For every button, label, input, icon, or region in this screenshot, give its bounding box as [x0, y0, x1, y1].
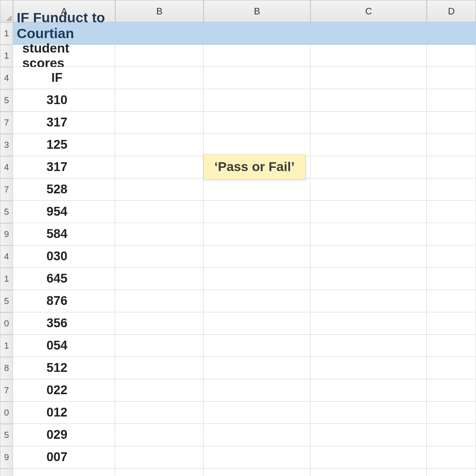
row-header[interactable]: 5	[0, 89, 13, 112]
empty-cell[interactable]	[427, 379, 476, 402]
row-header[interactable]: 0	[0, 312, 13, 335]
empty-cell[interactable]	[115, 89, 204, 112]
empty-cell[interactable]	[204, 223, 311, 245]
empty-cell[interactable]	[204, 312, 311, 335]
row-header[interactable]: 4	[0, 156, 13, 178]
empty-cell[interactable]	[204, 134, 311, 156]
col-header-b-2[interactable]: B	[204, 0, 311, 22]
empty-cell[interactable]	[204, 201, 311, 223]
empty-cell[interactable]	[427, 335, 476, 357]
title-fill[interactable]	[204, 22, 311, 45]
empty-cell[interactable]	[311, 312, 427, 335]
empty-cell[interactable]	[311, 469, 427, 476]
empty-cell[interactable]	[311, 112, 427, 134]
score-cell[interactable]: 528	[13, 178, 115, 201]
score-cell[interactable]: 317	[13, 112, 115, 134]
col-header-d-4[interactable]: D	[427, 0, 476, 22]
empty-cell[interactable]	[115, 112, 204, 134]
empty-cell[interactable]	[204, 178, 311, 201]
score-cell[interactable]: 030	[13, 245, 115, 268]
empty-cell[interactable]	[427, 156, 476, 178]
score-cell[interactable]: 029	[13, 424, 115, 446]
score-cell[interactable]: 356	[13, 312, 115, 335]
empty-cell[interactable]	[115, 402, 204, 424]
row-header[interactable]: 5	[0, 424, 13, 446]
empty-cell[interactable]	[115, 469, 204, 476]
empty-cell[interactable]	[427, 424, 476, 446]
empty-cell[interactable]	[311, 424, 427, 446]
row-header[interactable]: 5	[0, 290, 13, 312]
empty-cell[interactable]	[311, 178, 427, 201]
row-header[interactable]: 9	[0, 223, 13, 245]
subheading-cell[interactable]: student scores	[13, 45, 115, 67]
score-cell[interactable]: 954	[13, 201, 115, 223]
empty-cell[interactable]	[311, 268, 427, 290]
empty-cell[interactable]	[204, 268, 311, 290]
empty-cell[interactable]	[115, 335, 204, 357]
empty-cell[interactable]	[204, 335, 311, 357]
empty-cell[interactable]	[427, 469, 476, 476]
empty-cell[interactable]	[427, 134, 476, 156]
empty-cell[interactable]	[311, 245, 427, 268]
empty-cell[interactable]	[427, 112, 476, 134]
empty-cell[interactable]	[204, 245, 311, 268]
title-fill[interactable]	[311, 22, 427, 45]
row-header[interactable]: 1	[0, 335, 13, 357]
empty-cell[interactable]	[115, 223, 204, 245]
empty-cell[interactable]	[427, 201, 476, 223]
score-cell[interactable]: 645	[13, 268, 115, 290]
row-header[interactable]: 5	[0, 201, 13, 223]
empty-cell[interactable]	[115, 290, 204, 312]
score-cell[interactable]: IF	[13, 67, 115, 89]
score-cell[interactable]: 876	[13, 290, 115, 312]
row-header[interactable]: 1	[0, 268, 13, 290]
row-header[interactable]: 9	[0, 446, 13, 469]
empty-cell[interactable]	[427, 245, 476, 268]
empty-cell[interactable]	[311, 134, 427, 156]
empty-cell[interactable]	[427, 178, 476, 201]
empty-cell[interactable]	[427, 268, 476, 290]
empty-cell[interactable]	[115, 178, 204, 201]
empty-cell[interactable]	[204, 469, 311, 476]
score-cell[interactable]: 125	[13, 134, 115, 156]
empty-cell[interactable]	[115, 268, 204, 290]
empty-cell[interactable]	[427, 89, 476, 112]
empty-cell[interactable]	[204, 357, 311, 379]
title-fill[interactable]	[115, 22, 204, 45]
empty-cell[interactable]	[204, 446, 311, 469]
empty-cell[interactable]	[311, 89, 427, 112]
empty-cell[interactable]	[311, 45, 427, 67]
row-header[interactable]: 7	[0, 112, 13, 134]
empty-cell[interactable]	[427, 223, 476, 245]
empty-cell[interactable]	[311, 335, 427, 357]
empty-cell[interactable]	[427, 67, 476, 89]
score-cell[interactable]: 512	[13, 357, 115, 379]
row-header[interactable]: 4	[0, 245, 13, 268]
empty-cell[interactable]	[115, 67, 204, 89]
empty-cell[interactable]	[115, 245, 204, 268]
title-fill[interactable]	[427, 22, 476, 45]
row-header[interactable]: 0	[0, 402, 13, 424]
score-cell[interactable]: 022	[13, 379, 115, 402]
score-cell[interactable]: 012	[13, 402, 115, 424]
empty-cell[interactable]	[427, 446, 476, 469]
col-header-c-3[interactable]: C	[311, 0, 427, 22]
empty-cell[interactable]	[115, 201, 204, 223]
empty-cell[interactable]	[204, 112, 311, 134]
empty-cell[interactable]	[204, 402, 311, 424]
empty-cell[interactable]	[115, 379, 204, 402]
row-header[interactable]: 1	[0, 22, 13, 45]
score-cell[interactable]: 054	[13, 335, 115, 357]
empty-cell[interactable]	[204, 67, 311, 89]
empty-cell[interactable]	[204, 424, 311, 446]
score-cell[interactable]: 007	[13, 446, 115, 469]
score-cell[interactable]: 584	[13, 223, 115, 245]
score-cell[interactable]: 317	[13, 156, 115, 178]
empty-cell[interactable]	[115, 134, 204, 156]
empty-cell[interactable]	[311, 67, 427, 89]
empty-cell[interactable]	[204, 379, 311, 402]
empty-cell[interactable]	[115, 45, 204, 67]
spreadsheet-grid[interactable]: ABBCD1IF Funduct to Courtian scores1stud…	[0, 0, 476, 476]
empty-cell[interactable]	[115, 312, 204, 335]
empty-cell[interactable]	[311, 446, 427, 469]
